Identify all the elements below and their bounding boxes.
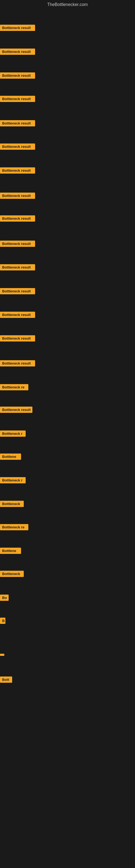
bottleneck-badge-6[interactable]: Bottleneck result: [0, 144, 35, 150]
bottleneck-item-28: Bott: [0, 677, 12, 684]
bottleneck-badge-7[interactable]: Bottleneck result: [0, 167, 35, 174]
bottleneck-badge-24[interactable]: Bottleneck: [0, 571, 24, 577]
bottleneck-badge-22[interactable]: Bottleneck re: [0, 524, 28, 530]
bottleneck-item-7: Bottleneck result: [0, 167, 35, 175]
bottleneck-item-21: Bottleneck: [0, 501, 24, 508]
bottleneck-item-16: Bottleneck re: [0, 384, 28, 392]
bottleneck-item-13: Bottleneck result: [0, 312, 35, 319]
bottleneck-badge-27[interactable]: [0, 654, 4, 656]
bottleneck-item-6: Bottleneck result: [0, 144, 35, 151]
bottleneck-item-11: Bottleneck result: [0, 264, 35, 272]
bottleneck-item-3: Bottleneck result: [0, 72, 35, 80]
bottleneck-badge-8[interactable]: Bottleneck result: [0, 193, 35, 199]
bottleneck-badge-19[interactable]: Bottlene: [0, 454, 21, 460]
bottleneck-badge-11[interactable]: Bottleneck result: [0, 264, 35, 271]
bottleneck-item-12: Bottleneck result: [0, 288, 35, 296]
site-title: TheBottlenecker.com: [0, 0, 135, 9]
bottleneck-badge-28[interactable]: Bott: [0, 677, 12, 683]
bottleneck-item-23: Bottlene: [0, 548, 21, 555]
bottleneck-item-5: Bottleneck result: [0, 120, 35, 127]
bottleneck-badge-3[interactable]: Bottleneck result: [0, 72, 35, 79]
bottleneck-badge-14[interactable]: Bottleneck result: [0, 335, 35, 341]
bottleneck-item-26: B: [0, 618, 5, 625]
bottleneck-item-1: Bottleneck result: [0, 25, 35, 32]
bottleneck-badge-25[interactable]: Bo: [0, 595, 9, 601]
bottleneck-badge-9[interactable]: Bottleneck result: [0, 215, 35, 222]
bottleneck-badge-12[interactable]: Bottleneck result: [0, 288, 35, 294]
bottleneck-item-24: Bottleneck: [0, 571, 24, 578]
bottleneck-badge-16[interactable]: Bottleneck re: [0, 384, 28, 390]
bottleneck-item-10: Bottleneck result: [0, 241, 35, 248]
bottleneck-item-9: Bottleneck result: [0, 215, 35, 223]
bottleneck-badge-17[interactable]: Bottleneck result: [0, 407, 32, 413]
bottleneck-badge-5[interactable]: Bottleneck result: [0, 120, 35, 126]
bottleneck-badge-20[interactable]: Bottleneck r: [0, 477, 26, 484]
bottleneck-item-19: Bottlene: [0, 454, 21, 461]
bottleneck-item-8: Bottleneck result: [0, 193, 35, 200]
bottleneck-badge-26[interactable]: B: [0, 618, 5, 624]
bottleneck-badge-18[interactable]: Bottleneck r: [0, 431, 26, 437]
bottleneck-badge-4[interactable]: Bottleneck result: [0, 96, 35, 102]
bottleneck-item-27: [0, 652, 4, 657]
bottleneck-item-17: Bottleneck result: [0, 407, 32, 414]
bottleneck-badge-1[interactable]: Bottleneck result: [0, 25, 35, 31]
bottleneck-badge-15[interactable]: Bottleneck result: [0, 360, 35, 367]
bottleneck-badge-23[interactable]: Bottlene: [0, 548, 21, 554]
bottleneck-item-15: Bottleneck result: [0, 360, 35, 368]
bottleneck-badge-21[interactable]: Bottleneck: [0, 501, 24, 507]
bottleneck-item-20: Bottleneck r: [0, 477, 26, 485]
bottleneck-item-14: Bottleneck result: [0, 335, 35, 343]
bottleneck-item-25: Bo: [0, 595, 9, 602]
bottleneck-item-18: Bottleneck r: [0, 431, 26, 438]
bottleneck-item-22: Bottleneck re: [0, 524, 28, 531]
bottleneck-badge-2[interactable]: Bottleneck result: [0, 49, 35, 55]
bottleneck-badge-13[interactable]: Bottleneck result: [0, 312, 35, 318]
bottleneck-item-2: Bottleneck result: [0, 49, 35, 56]
bottleneck-item-4: Bottleneck result: [0, 96, 35, 103]
bottleneck-badge-10[interactable]: Bottleneck result: [0, 241, 35, 247]
